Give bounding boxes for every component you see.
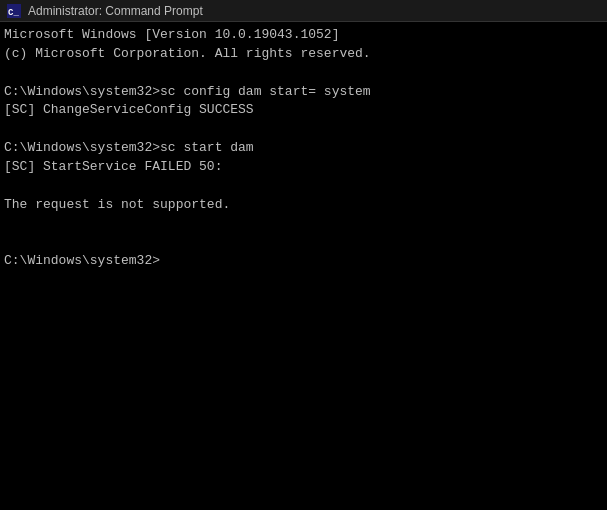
terminal-line-empty (4, 120, 603, 139)
terminal-line-empty (4, 214, 603, 233)
terminal-line-empty (4, 64, 603, 83)
cmd-icon: C_ (6, 3, 22, 19)
terminal-line: (c) Microsoft Corporation. All rights re… (4, 45, 603, 64)
terminal-line: [SC] StartService FAILED 50: (4, 158, 603, 177)
terminal-line: [SC] ChangeServiceConfig SUCCESS (4, 101, 603, 120)
title-bar-label: Administrator: Command Prompt (28, 4, 601, 18)
terminal-line: C:\Windows\system32>sc start dam (4, 139, 603, 158)
terminal-line: Microsoft Windows [Version 10.0.19043.10… (4, 26, 603, 45)
terminal-body[interactable]: Microsoft Windows [Version 10.0.19043.10… (0, 22, 607, 275)
terminal-line-empty (4, 233, 603, 252)
svg-text:C_: C_ (8, 8, 19, 18)
terminal-line-empty (4, 177, 603, 196)
terminal-prompt: C:\Windows\system32> (4, 252, 603, 271)
terminal-line: The request is not supported. (4, 196, 603, 215)
terminal-line: C:\Windows\system32>sc config dam start=… (4, 83, 603, 102)
title-bar: C_ Administrator: Command Prompt (0, 0, 607, 22)
